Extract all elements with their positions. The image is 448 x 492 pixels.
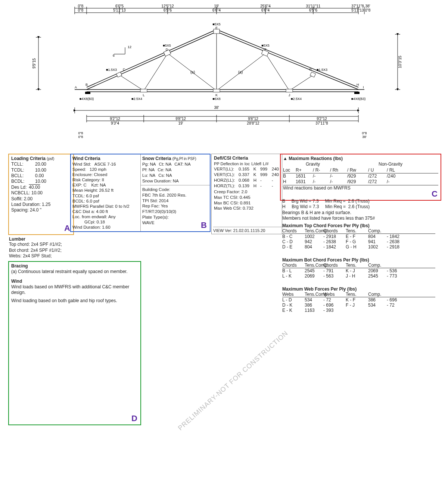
svg-text:38': 38' [362, 135, 367, 139]
loading-criteria-box: Loading Criteria (psf) TCLL:20.00TCDL:10… [8, 154, 74, 235]
svg-text:0"8: 0"8 [362, 131, 367, 135]
svg-text:■5X5: ■5X5 [261, 44, 269, 47]
svg-text:(a): (a) [190, 70, 195, 74]
wind-snow-code-box: Wind Criteria Wind Std: ASCE 7-16 Speed:… [70, 154, 211, 232]
svg-text:28'8"12: 28'8"12 [247, 121, 259, 125]
svg-text:■2.5X4: ■2.5X4 [131, 97, 142, 101]
bearings-notes: B Brg Wid = 7.3 Min Req = 2.6 (Truss) H … [282, 198, 435, 221]
svg-line-46 [119, 75, 144, 91]
svg-text:■4X8(B3): ■4X8(B3) [351, 97, 365, 101]
letter-A: A [64, 223, 70, 234]
svg-rect-55 [140, 89, 147, 92]
svg-rect-54 [354, 92, 360, 94]
svg-text:9'2"12: 9'2"12 [317, 117, 327, 121]
letter-C: C [432, 189, 438, 199]
svg-text:0"8: 0"8 [78, 131, 83, 135]
svg-text:0"8: 0"8 [78, 8, 84, 12]
svg-text:F: F [264, 48, 267, 51]
svg-text:B: B [85, 83, 88, 87]
truss-diagram: 0"80"8 6'0"55'11"13 12'5"126'5"6 19'6'6"… [0, 0, 448, 149]
forces-web: Maximum Web Forces Per Ply (lbs) WebsTen… [282, 286, 435, 313]
forces-top-chord: Maximum Top Chord Forces Per Ply (lbs) C… [282, 223, 435, 250]
max-reactions-box: ▲ Maximum Reactions (lbs) GravityNon-Gra… [280, 154, 441, 201]
svg-text:37'11"8: 37'11"8 [315, 121, 328, 125]
svg-text:■2.5X4: ■2.5X4 [291, 97, 302, 101]
svg-text:■6X8: ■6X8 [212, 97, 220, 101]
svg-text:0"8: 0"8 [78, 4, 84, 8]
svg-text:■5X5: ■5X5 [212, 22, 220, 26]
svg-rect-53 [85, 92, 90, 94]
lumber-block: Lumber Top chord: 2x4 SPF #1/#2;Bot chor… [9, 236, 132, 259]
svg-text:6: 6 [113, 54, 115, 57]
svg-text:E: E [215, 26, 218, 30]
svg-text:J: J [289, 93, 290, 97]
svg-text:19': 19' [178, 121, 183, 125]
svg-text:12: 12 [128, 45, 131, 49]
forces-bot-chord: Maximum Bot Chord Forces Per Ply (lbs) C… [282, 257, 435, 279]
svg-line-51 [265, 53, 289, 91]
svg-line-52 [289, 75, 313, 91]
svg-text:K: K [215, 93, 218, 97]
svg-text:0"8: 0"8 [365, 8, 371, 12]
svg-text:A: A [75, 85, 77, 89]
svg-text:10'3"15: 10'3"15 [398, 56, 402, 68]
svg-text:37'11"8: 37'11"8 [351, 4, 364, 8]
svg-text:5'11"13: 5'11"13 [351, 8, 364, 12]
svg-rect-56 [213, 89, 220, 92]
svg-text:G: G [309, 68, 312, 71]
svg-line-42 [87, 32, 217, 90]
svg-rect-61 [116, 72, 122, 77]
svg-text:I: I [363, 85, 364, 89]
svg-text:38': 38' [365, 4, 370, 8]
svg-text:■5X5: ■5X5 [163, 44, 171, 47]
svg-line-45 [217, 29, 358, 87]
letter-D: D [131, 413, 137, 424]
svg-text:D: D [166, 48, 168, 51]
svg-text:■1.5X3: ■1.5X3 [106, 68, 117, 72]
svg-text:(a): (a) [238, 70, 243, 74]
svg-text:■4X8(B3): ■4X8(B3) [80, 97, 94, 101]
svg-line-44 [217, 32, 358, 90]
watermark: PRELIMINARY-NOT FOR CONSTRUCTION [177, 329, 290, 432]
svg-text:9'2"12: 9'2"12 [110, 117, 120, 121]
bracing-wind-box: Bracing (a) Continuous lateral restraint… [8, 261, 141, 425]
svg-text:9'8"12: 9'8"12 [175, 117, 186, 121]
svg-text:9'3"4: 9'3"4 [111, 121, 119, 125]
svg-rect-57 [286, 89, 293, 92]
defl-csi-box: Defl/CSI Criteria PP Deflection inlocL/d… [211, 154, 282, 234]
svg-text:■1.5X3: ■1.5X3 [317, 68, 327, 72]
letter-B: B [201, 220, 207, 231]
svg-text:H: H [357, 83, 359, 87]
svg-text:L: L [143, 93, 144, 97]
svg-text:38': 38' [214, 106, 219, 110]
svg-text:9'9"15: 9'9"15 [32, 58, 36, 69]
svg-text:9'8"12: 9'8"12 [248, 117, 258, 121]
svg-text:0"8: 0"8 [78, 135, 83, 139]
svg-text:C: C [123, 68, 125, 71]
